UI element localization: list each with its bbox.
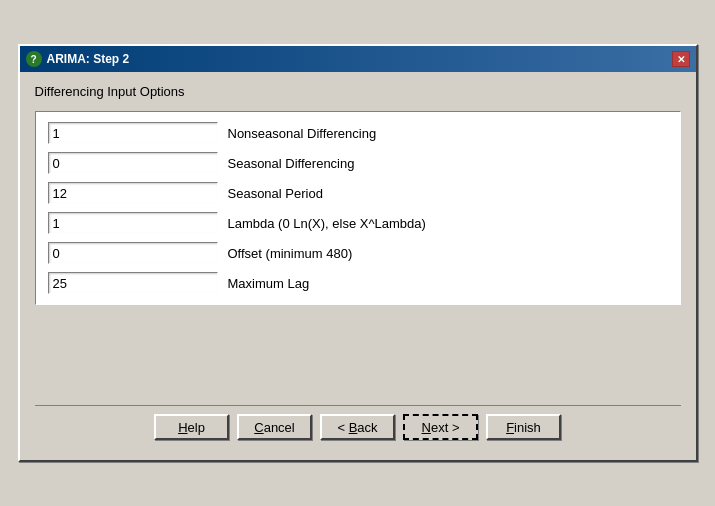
lambda-label: Lambda (0 Ln(X), else X^Lambda) [228,216,426,231]
seasonal-differencing-label: Seasonal Differencing [228,156,355,171]
form-row: Maximum Lag [48,272,668,294]
button-row: Help Cancel < Back Next > Finish [35,405,681,445]
window-title: ARIMA: Step 2 [47,52,130,66]
finish-button[interactable]: Finish [486,414,561,440]
cancel-button[interactable]: Cancel [237,414,312,440]
lambda-input[interactable] [48,212,218,234]
seasonal-period-input[interactable] [48,182,218,204]
form-row: Nonseasonal Differencing [48,122,668,144]
next-button[interactable]: Next > [403,414,478,440]
offset-label: Offset (minimum 480) [228,246,353,261]
spacer [35,320,681,400]
seasonal-period-label: Seasonal Period [228,186,323,201]
dialog-icon: ? [26,51,42,67]
offset-input[interactable] [48,242,218,264]
nonseasonal-differencing-label: Nonseasonal Differencing [228,126,377,141]
title-bar: ? ARIMA: Step 2 ✕ [20,46,696,72]
form-row: Seasonal Differencing [48,152,668,174]
maximum-lag-label: Maximum Lag [228,276,310,291]
help-button[interactable]: Help [154,414,229,440]
arima-dialog: ? ARIMA: Step 2 ✕ Differencing Input Opt… [18,44,698,462]
form-row: Offset (minimum 480) [48,242,668,264]
title-bar-left: ? ARIMA: Step 2 [26,51,130,67]
form-row: Lambda (0 Ln(X), else X^Lambda) [48,212,668,234]
close-button[interactable]: ✕ [672,51,690,67]
section-title: Differencing Input Options [35,84,681,99]
window-body: Differencing Input Options Nonseasonal D… [20,72,696,460]
seasonal-differencing-input[interactable] [48,152,218,174]
nonseasonal-differencing-input[interactable] [48,122,218,144]
form-row: Seasonal Period [48,182,668,204]
maximum-lag-input[interactable] [48,272,218,294]
form-area: Nonseasonal Differencing Seasonal Differ… [35,111,681,305]
back-button[interactable]: < Back [320,414,395,440]
